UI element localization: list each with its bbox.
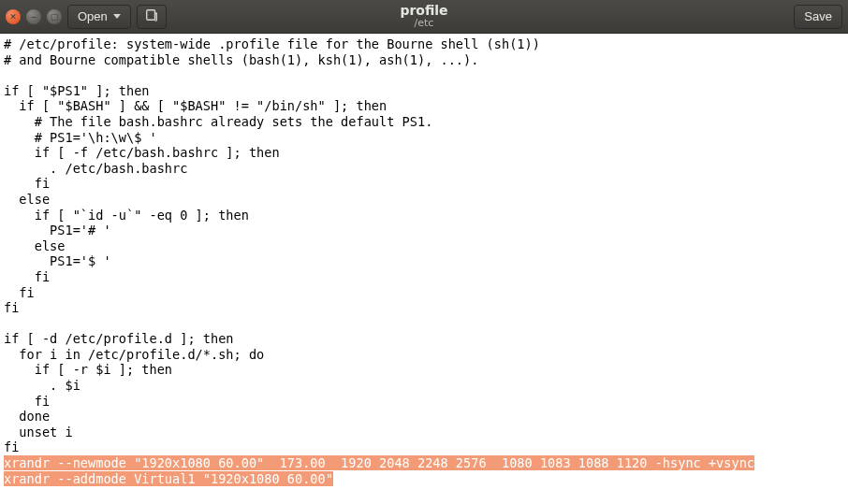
- code-line: fi: [4, 439, 844, 455]
- code-line: fi: [4, 300, 844, 316]
- window-minimize-button[interactable]: −: [26, 9, 41, 24]
- window-maximize-button[interactable]: ▢: [47, 9, 62, 24]
- code-line: if [ "$BASH" ] && [ "$BASH" != "/bin/sh"…: [4, 98, 844, 114]
- code-line-highlighted: xrandr --addmode Virtual1 "1920x1080_60.…: [4, 471, 844, 487]
- code-line: for i in /etc/profile.d/*.sh; do: [4, 347, 844, 363]
- code-line: # and Bourne compatible shells (bash(1),…: [4, 52, 844, 68]
- save-button-label: Save: [804, 9, 832, 23]
- code-line: [4, 316, 844, 332]
- code-line: else: [4, 238, 844, 254]
- window-close-button[interactable]: ✕: [6, 9, 21, 24]
- document-subtitle: /etc: [400, 18, 447, 29]
- text-editor[interactable]: # /etc/profile: system-wide .profile fil…: [0, 34, 848, 504]
- open-button[interactable]: Open: [67, 5, 131, 29]
- window-controls: ✕ − ▢: [6, 9, 62, 24]
- code-line: # The file bash.bashrc already sets the …: [4, 114, 844, 130]
- open-button-label: Open: [78, 9, 108, 23]
- titlebar: ✕ − ▢ Open profile /etc Save: [0, 0, 848, 34]
- title-area: profile /etc: [400, 4, 447, 28]
- code-line: if [ "`id -u`" -eq 0 ]; then: [4, 208, 844, 223]
- code-line: PS1='# ': [4, 223, 844, 238]
- code-line: . /etc/bash.bashrc: [4, 161, 844, 177]
- code-line: if [ -f /etc/bash.bashrc ]; then: [4, 145, 844, 161]
- code-line: . $i: [4, 378, 844, 394]
- code-line: PS1='$ ': [4, 253, 844, 269]
- code-line: fi: [4, 176, 844, 192]
- code-line: if [ -d /etc/profile.d ]; then: [4, 331, 844, 347]
- save-button[interactable]: Save: [794, 5, 842, 29]
- code-line: fi: [4, 269, 844, 285]
- code-line: done: [4, 409, 844, 425]
- code-line: if [ "$PS1" ]; then: [4, 83, 844, 99]
- code-line: [4, 67, 844, 83]
- new-tab-button[interactable]: [137, 5, 167, 29]
- svg-rect-0: [147, 10, 155, 21]
- code-line-highlighted: xrandr --newmode "1920x1080_60.00" 173.0…: [4, 455, 844, 471]
- code-line: # PS1='\h:\w\$ ': [4, 130, 844, 146]
- new-tab-icon: [145, 8, 158, 24]
- code-line: fi: [4, 394, 844, 410]
- code-line: # /etc/profile: system-wide .profile fil…: [4, 36, 844, 52]
- code-line: unset i: [4, 425, 844, 440]
- code-line: else: [4, 192, 844, 208]
- code-line: fi: [4, 285, 844, 301]
- code-line: if [ -r $i ]; then: [4, 362, 844, 378]
- chevron-down-icon: [113, 14, 121, 19]
- document-title: profile: [400, 4, 447, 18]
